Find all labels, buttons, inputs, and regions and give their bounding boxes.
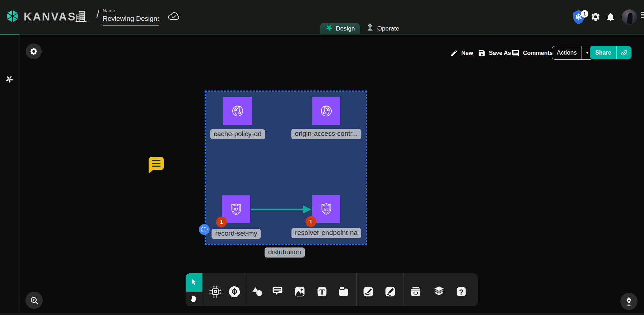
comments-button-label: Comments (523, 50, 553, 56)
shapes-tool-button[interactable] (249, 284, 265, 300)
tab-design[interactable]: Design (320, 23, 360, 34)
pen-path-icon (361, 284, 375, 299)
tab-operate[interactable]: Operate (362, 23, 403, 34)
design-tab-icon (325, 24, 333, 33)
select-tool-button[interactable] (186, 273, 202, 292)
settings-gear-icon[interactable] (591, 12, 601, 22)
svg-text:?: ? (459, 288, 464, 296)
pencil-icon (450, 49, 458, 57)
share-split-button: Share (590, 46, 631, 59)
actions-split-button: Actions (552, 46, 593, 60)
kubernetes-components-button[interactable] (227, 284, 242, 300)
menu-hamburger-icon[interactable] (641, 12, 644, 19)
comment-icon (512, 49, 520, 57)
route53-icon: 53 (228, 201, 244, 218)
image-tool-button[interactable] (292, 284, 308, 300)
node-label-record-set[interactable]: record-set-my (211, 229, 261, 239)
cursor-arrow-icon (189, 277, 200, 288)
drawer-archive-button[interactable] (408, 284, 424, 300)
shapes-icon (250, 284, 265, 299)
kubernetes-helm-icon (227, 284, 242, 299)
user-avatar[interactable] (622, 9, 637, 25)
canvas-menu-flower-button[interactable] (26, 43, 42, 59)
pen-nib-icon (623, 296, 635, 307)
text-tool-button[interactable]: T (314, 284, 330, 300)
toolbar-divider (403, 273, 403, 306)
kanvas-app: KANVAS / Name (0, 0, 644, 315)
kanvas-logo[interactable]: KANVAS (6, 9, 76, 24)
zoom-in-button[interactable] (25, 292, 43, 309)
notifications-bell-icon[interactable] (606, 12, 616, 22)
zoom-in-icon (29, 295, 39, 306)
board-card-icon (336, 284, 351, 299)
cloudfront-origin-access-icon (318, 102, 335, 120)
image-icon (293, 284, 307, 299)
chevron-down-icon (584, 50, 590, 56)
header: KANVAS / Name (0, 0, 644, 34)
breadcrumb-separator: / (96, 9, 99, 21)
pencil-sketch-icon (383, 284, 397, 299)
canvas-tools-toolbar: T (186, 273, 478, 306)
circuit-chip-icon (208, 284, 223, 299)
infrastructure-components-button[interactable] (207, 284, 223, 300)
node-badge-record-set[interactable]: 1 (216, 217, 227, 227)
group-label-distribution[interactable]: distribution (265, 247, 305, 258)
layers-button[interactable] (431, 284, 447, 300)
node-label-cache-policy[interactable]: cache-policy-dd (210, 129, 265, 139)
pen-path-tool-button[interactable] (360, 284, 376, 300)
operate-tab-icon (366, 24, 374, 33)
comment-marker[interactable] (149, 157, 164, 170)
drawer-icon (409, 284, 423, 299)
svg-text:T: T (319, 288, 325, 296)
actions-button[interactable]: Actions (552, 46, 582, 59)
copy-link-button[interactable] (616, 46, 631, 59)
node-badge-resolver-endpoint[interactable]: 1 (305, 216, 316, 227)
edge-record-set-to-resolver[interactable] (250, 204, 312, 215)
node-label-resolver-endpoint[interactable]: resolver-endpoint-na (291, 228, 361, 238)
text-tool-icon: T (315, 284, 329, 299)
cloud-saved-icon (167, 11, 181, 23)
board-tool-button[interactable] (336, 284, 351, 300)
header-divider (0, 34, 644, 35)
design-tab-label: Design (336, 25, 355, 32)
node-resolver-endpoint[interactable]: 53 (312, 195, 340, 223)
help-icon: ? (454, 284, 468, 299)
bottom-edge-strip (0, 313, 644, 315)
hand-icon (189, 294, 199, 304)
save-icon (478, 49, 486, 57)
save-as-button[interactable]: Save As (478, 47, 511, 60)
name-field-label: Name (103, 8, 159, 13)
design-name-input[interactable] (103, 15, 159, 26)
left-sidebar (0, 35, 19, 315)
freehand-draw-tool-button[interactable] (382, 284, 398, 300)
design-name-field: Name (103, 8, 159, 26)
comment-tool-button[interactable] (270, 284, 285, 300)
kubernetes-context-badge[interactable]: 1 (581, 10, 588, 18)
operate-tab-label: Operate (377, 25, 399, 32)
toolbar-divider (203, 273, 203, 306)
node-cache-policy[interactable] (223, 97, 252, 125)
route53-icon: 53 (318, 201, 335, 217)
node-origin-access-control[interactable] (312, 97, 340, 125)
link-icon (619, 47, 630, 58)
comments-button[interactable]: Comments (512, 47, 553, 60)
meshery-spiral-icon[interactable] (5, 75, 14, 85)
share-button[interactable]: Share (590, 46, 616, 59)
dashed-rect-icon (201, 227, 208, 232)
pan-tool-button[interactable] (186, 292, 202, 306)
help-button[interactable]: ? (453, 284, 469, 300)
organization-icon[interactable] (74, 10, 88, 24)
svg-text:53: 53 (324, 207, 328, 211)
selection-handle[interactable] (199, 224, 210, 235)
new-button[interactable]: New (450, 47, 473, 60)
flower-icon (29, 47, 38, 56)
layers-icon (431, 284, 447, 299)
cloudfront-cache-policy-icon (229, 102, 246, 120)
comment-bubble-icon (270, 284, 285, 299)
node-label-origin-access-control[interactable]: origin-access-contr... (291, 129, 361, 139)
pen-tool-floating-button[interactable] (620, 293, 638, 310)
comment-marker-lines (152, 160, 160, 167)
save-as-button-label: Save As (489, 50, 511, 56)
toolbar-divider (246, 273, 246, 306)
kanvas-logo-icon (6, 9, 19, 24)
